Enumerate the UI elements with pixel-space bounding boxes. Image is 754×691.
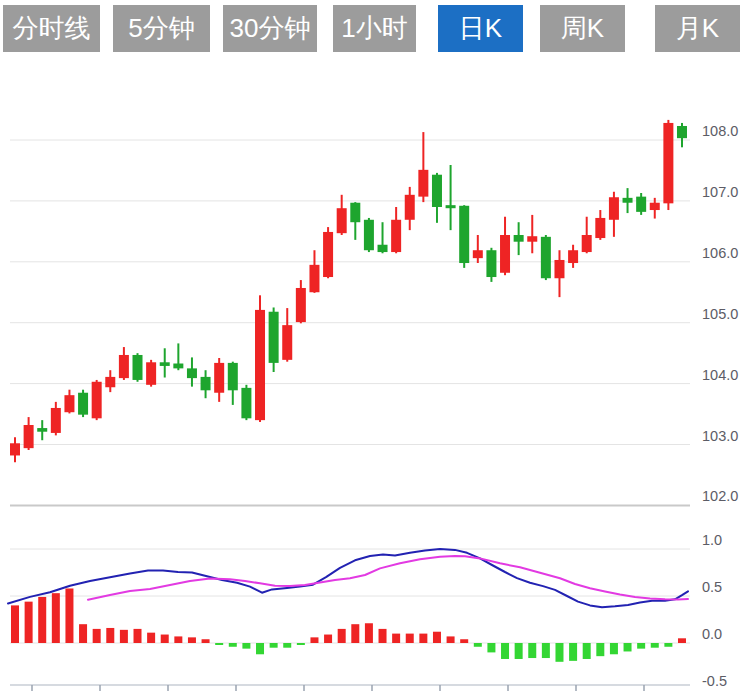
svg-text:0.0: 0.0 xyxy=(702,626,722,642)
axis-labels: 108.0107.0106.0105.0104.0103.0102.01.00.… xyxy=(702,123,738,689)
svg-text:-0.5: -0.5 xyxy=(702,673,727,689)
svg-text:1.0: 1.0 xyxy=(702,532,722,548)
svg-text:105.0: 105.0 xyxy=(702,306,738,322)
x-axis xyxy=(10,685,690,691)
kline-chart[interactable]: 108.0107.0106.0105.0104.0103.0102.01.00.… xyxy=(0,0,754,691)
svg-text:0.5: 0.5 xyxy=(702,579,722,595)
svg-text:102.0: 102.0 xyxy=(702,488,738,504)
svg-text:106.0: 106.0 xyxy=(702,245,738,261)
indicator-lines xyxy=(8,549,688,607)
candles xyxy=(10,120,687,462)
macd-histogram xyxy=(11,588,686,661)
svg-text:103.0: 103.0 xyxy=(702,428,738,444)
svg-text:107.0: 107.0 xyxy=(702,184,738,200)
gridlines xyxy=(10,140,690,643)
svg-text:108.0: 108.0 xyxy=(702,123,738,139)
svg-text:104.0: 104.0 xyxy=(702,367,738,383)
